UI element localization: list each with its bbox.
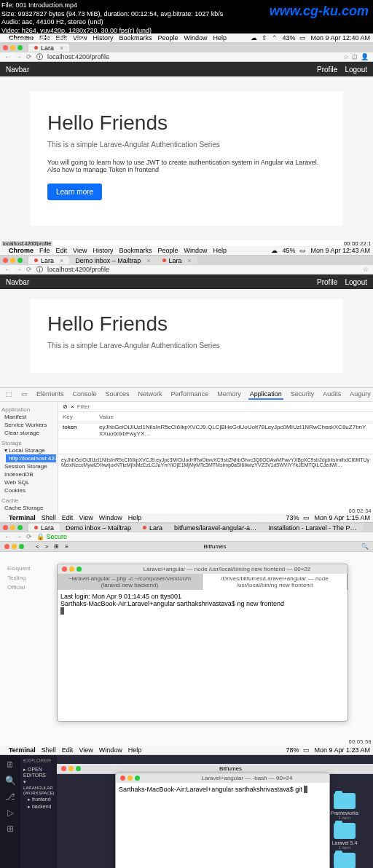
- close-icon[interactable]: ×: [188, 257, 192, 264]
- window-controls[interactable]: [3, 525, 23, 530]
- nav-logout[interactable]: Logout: [345, 278, 367, 286]
- info-icon[interactable]: ⓘ: [36, 52, 43, 62]
- inspect-icon[interactable]: ⬚: [4, 390, 14, 400]
- window-controls[interactable]: [61, 766, 81, 771]
- menu-edit[interactable]: Edit: [62, 514, 74, 521]
- dt-tab-security[interactable]: Security: [289, 390, 316, 400]
- forward-button[interactable]: →: [15, 53, 22, 60]
- window-controls[interactable]: [4, 544, 24, 549]
- menu-history[interactable]: History: [93, 247, 113, 254]
- dt-item-websql[interactable]: Web SQL: [1, 478, 56, 486]
- reload-button[interactable]: ⟳: [26, 266, 32, 273]
- nav-profile[interactable]: Profile: [317, 66, 337, 74]
- dt-item-clear[interactable]: Clear storage: [1, 429, 56, 437]
- window-controls[interactable]: [120, 776, 140, 781]
- forward-button[interactable]: >: [45, 543, 49, 550]
- window-controls[interactable]: [62, 567, 82, 572]
- dt-item-indexed[interactable]: IndexedDB: [1, 470, 56, 478]
- wifi-icon[interactable]: ⌃: [272, 34, 278, 42]
- folder-frontend[interactable]: ▸ frontend: [28, 796, 54, 803]
- dt-item-local[interactable]: ▾ Local Storage: [1, 446, 56, 454]
- menu-edit[interactable]: Edit: [62, 746, 74, 754]
- clock[interactable]: Mon 9 Apr 1:15 AM: [314, 514, 370, 521]
- menu-file[interactable]: File: [39, 247, 50, 254]
- back-button[interactable]: ←: [4, 53, 11, 60]
- device-icon[interactable]: ▭: [20, 390, 29, 400]
- brand[interactable]: Navbar: [6, 278, 29, 286]
- filter-input[interactable]: [77, 403, 369, 410]
- app-name[interactable]: Terminal: [9, 746, 36, 754]
- open-editors[interactable]: ▸ OPEN EDITORS: [23, 766, 54, 778]
- tab-github[interactable]: bitfumes/laravel-angular-a…: [168, 524, 262, 532]
- back-button[interactable]: <: [36, 543, 39, 550]
- term-tab-1[interactable]: ~laravel-angular – php -c ~/composer/ven…: [58, 574, 203, 590]
- window-controls[interactable]: [3, 258, 23, 263]
- terminal-body[interactable]: Last login: Mon Apr 9 01:14:45 on ttys00…: [58, 590, 348, 721]
- battery-icon[interactable]: ▭: [303, 746, 310, 754]
- close-icon[interactable]: ×: [60, 44, 63, 52]
- view-list-icon[interactable]: ≡: [65, 543, 68, 550]
- menu-shell[interactable]: Shell: [42, 746, 56, 754]
- search-icon[interactable]: 🔍: [361, 543, 369, 550]
- dt-tab-application[interactable]: Application: [248, 390, 283, 400]
- window-controls[interactable]: [3, 45, 23, 50]
- menu-people[interactable]: People: [157, 247, 178, 254]
- avatar-icon[interactable]: 👤: [361, 53, 369, 60]
- dt-item-local-url[interactable]: http://localhost:4200: [6, 454, 56, 462]
- reload-button[interactable]: ⟳: [26, 53, 32, 60]
- cloud-icon[interactable]: ☁: [251, 34, 257, 42]
- view-grid-icon[interactable]: ⊞: [54, 543, 59, 550]
- dt-tab-console[interactable]: Console: [71, 390, 98, 400]
- dt-item-cache[interactable]: Cache Storage: [1, 504, 56, 512]
- menu-help[interactable]: Help: [213, 247, 227, 254]
- back-button[interactable]: ←: [4, 533, 11, 540]
- menu-help[interactable]: Help: [128, 514, 142, 521]
- dt-tab-sources[interactable]: Sources: [104, 390, 131, 400]
- tab-lara[interactable]: Lara×: [28, 44, 69, 52]
- clock[interactable]: Mon 9 Apr 1:23 AM: [314, 746, 370, 754]
- app-name[interactable]: Chrome: [9, 247, 34, 254]
- back-button[interactable]: ←: [4, 266, 11, 273]
- close-icon[interactable]: ×: [60, 257, 63, 264]
- battery-icon[interactable]: ▭: [303, 514, 310, 521]
- dt-tab-network[interactable]: Network: [137, 390, 164, 400]
- dt-tab-memory[interactable]: Memory: [216, 390, 243, 400]
- star-icon[interactable]: ☆: [363, 266, 369, 273]
- cloud-icon[interactable]: ☁: [271, 247, 278, 254]
- tab-lara2[interactable]: Lara: [137, 524, 168, 532]
- menu-bookmarks[interactable]: Bookmarks: [119, 247, 152, 254]
- clear-icon[interactable]: ⊘: [63, 403, 68, 410]
- extensions-icon[interactable]: ⊞: [7, 824, 14, 834]
- forward-button[interactable]: →: [15, 266, 22, 273]
- menu-view[interactable]: View: [79, 514, 93, 521]
- menu-view[interactable]: View: [79, 746, 93, 754]
- dt-tab-performance[interactable]: Performance: [170, 390, 211, 400]
- nav-logout[interactable]: Logout: [345, 66, 367, 74]
- terminal-body[interactable]: Sarthaks-MacBook-Air:Laravel+angular sar…: [116, 783, 329, 868]
- info-icon[interactable]: ⓘ: [36, 265, 43, 275]
- dt-item-session[interactable]: Session Storage: [1, 462, 56, 470]
- upload-icon[interactable]: ⇧: [262, 34, 267, 42]
- brand[interactable]: Navbar: [6, 66, 29, 74]
- git-icon[interactable]: ⎇: [5, 792, 15, 802]
- url-field[interactable]: localhost:4200/profile: [47, 266, 109, 273]
- folder-backend[interactable]: ▸ backend: [28, 803, 54, 810]
- url-field[interactable]: localhost:4200/profile: [47, 53, 109, 60]
- menu-window[interactable]: Window: [99, 746, 122, 754]
- storage-row[interactable]: tokeneyJhbGciOiJIUzI1NiIsInR5cCI6IkpXVCJ…: [58, 422, 373, 439]
- clock[interactable]: Mon 9 Apr 12:40 AM: [310, 34, 370, 42]
- tab-mailtrap[interactable]: Demo inbox – Mailtrap: [60, 524, 137, 532]
- menu-shell[interactable]: Shell: [42, 514, 56, 521]
- nav-profile[interactable]: Profile: [317, 278, 337, 286]
- clock[interactable]: Mon 9 Apr 12:43 AM: [310, 247, 370, 254]
- learn-more-button[interactable]: Learn more: [47, 184, 102, 200]
- lock-icon[interactable]: 🔒 Secure: [36, 533, 67, 540]
- menu-view[interactable]: View: [73, 247, 87, 254]
- dt-item-manifest[interactable]: Manifest: [1, 413, 56, 421]
- menu-window[interactable]: Window: [99, 514, 122, 521]
- reload-button[interactable]: ⟳: [26, 533, 32, 540]
- battery-icon[interactable]: ▭: [299, 34, 306, 42]
- forward-button[interactable]: →: [15, 533, 22, 540]
- dt-tab-audits[interactable]: Audits: [321, 390, 342, 400]
- close-icon[interactable]: ×: [146, 257, 150, 264]
